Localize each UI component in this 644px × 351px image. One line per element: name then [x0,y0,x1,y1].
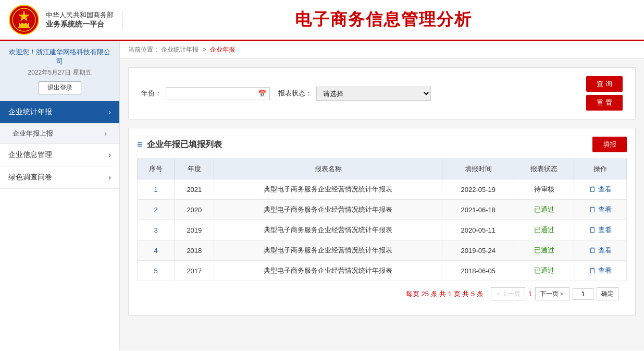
view-icon: 🗒 [589,205,596,214]
header-org-line1: 中华人民共和国商务部 [46,10,114,20]
main-content: 当前位置： 企业统计年报 > 企业年报 年份： 📅 报表状态： 请选择 [120,41,644,350]
sidebar-menu: 企业统计年报 › 企业年报上报 › 企业信息管理 › 绿色调查问卷 › [0,101,119,189]
search-buttons: 查 询 重 置 [586,76,623,111]
page-confirm-button[interactable]: 确定 [597,287,618,300]
table-header: ≡ 企业年报已填报列表 填报 [137,137,627,152]
table-section: ≡ 企业年报已填报列表 填报 序号 年度 报表名称 填报时间 报表状态 操作 [128,128,636,316]
calendar-icon[interactable]: 📅 [258,90,266,98]
header: 中华人民共和国商务部 业务系统统一平台 电子商务信息管理分析 [0,0,644,41]
cell-name: 典型电子商务服务企业经营情况统计年报表 [214,240,442,261]
header-org-line2: 业务系统统一平台 [46,20,114,29]
cell-seq: 4 [138,240,175,261]
status-label: 报表状态： [278,89,312,98]
sidebar-date: 2022年5月27日 星期五 [6,68,113,77]
cell-seq: 3 [138,220,175,240]
action-text[interactable]: 查看 [598,225,612,235]
sidebar-item-annual-report-submit[interactable]: 企业年报上报 › [0,124,119,144]
chevron-right-icon: › [108,151,111,159]
cell-seq: 5 [138,261,175,281]
table-row: 4 2018 典型电子商务服务企业经营情况统计年报表 2019-05-24 已通… [138,240,627,261]
content-area: 年份： 📅 报表状态： 请选择 待审核 已通过 未通过 [120,59,644,324]
col-seq: 序号 [138,159,175,179]
page-input[interactable] [573,288,593,300]
cell-status: 已通过 [514,240,574,261]
sidebar-item-survey[interactable]: 绿色调查问卷 › [0,166,119,189]
cell-status: 已通过 [514,220,574,240]
status-field: 报表状态： 请选择 待审核 已通过 未通过 [278,87,431,101]
sidebar-user-section: 欢迎您！浙江建华网络科技有限公司 2022年5月27日 星期五 退出登录 [0,41,119,101]
logout-button[interactable]: 退出登录 [39,81,81,94]
cell-year: 2021 [175,179,214,200]
year-label: 年份： [141,89,162,98]
cell-year: 2017 [175,261,214,281]
sidebar: 欢迎您！浙江建华网络科技有限公司 2022年5月27日 星期五 退出登录 企业统… [0,41,120,350]
breadcrumb-separator: > [203,46,208,53]
prev-page-button[interactable]: ＜上一页 [491,287,525,300]
breadcrumb: 当前位置： 企业统计年报 > 企业年报 [120,41,644,59]
fill-button[interactable]: 填报 [592,137,627,152]
chevron-right-icon: › [108,108,111,116]
query-button[interactable]: 查 询 [586,76,623,92]
next-page-button[interactable]: 下一页＞ [535,287,569,300]
col-status: 报表状态 [514,159,574,179]
table-row: 5 2017 典型电子商务服务企业经营情况统计年报表 2018-06-05 已通… [138,261,627,281]
table-row: 3 2019 典型电子商务服务企业经营情况统计年报表 2020-05-11 已通… [138,220,627,240]
layout: 欢迎您！浙江建华网络科技有限公司 2022年5月27日 星期五 退出登录 企业统… [0,41,644,350]
breadcrumb-prefix: 当前位置： [128,46,159,53]
col-action: 操作 [574,159,626,179]
cell-year: 2018 [175,240,214,261]
sidebar-subitem-label: 企业年报上报 [13,129,53,138]
view-action-link[interactable]: 🗒 查看 [578,266,622,275]
year-field: 年份： 📅 [141,87,270,100]
cell-time: 2022-05-19 [442,179,514,200]
action-text[interactable]: 查看 [598,205,612,214]
status-select[interactable]: 请选择 待审核 已通过 未通过 [316,87,431,101]
cell-status: 已通过 [514,200,574,220]
view-icon: 🗒 [589,246,596,255]
svg-rect-5 [20,22,21,24]
reset-button[interactable]: 重 置 [586,95,623,111]
chevron-right-icon: › [108,173,111,181]
cell-time: 2021-06-18 [442,200,514,220]
sidebar-item-company-info[interactable]: 企业信息管理 › [0,144,119,166]
view-action-link[interactable]: 🗒 查看 [578,205,622,214]
col-year: 年度 [175,159,214,179]
col-time: 填报时间 [442,159,514,179]
chevron-right-icon: › [104,129,107,138]
cell-name: 典型电子商务服务企业经营情况统计年报表 [214,179,442,200]
cell-status: 待审核 [514,179,574,200]
breadcrumb-parent[interactable]: 企业统计年报 [161,46,199,53]
search-panel: 年份： 📅 报表状态： 请选择 待审核 已通过 未通过 [128,67,636,119]
view-action-link[interactable]: 🗒 查看 [578,225,622,235]
cell-time: 2020-05-11 [442,220,514,240]
view-action-link[interactable]: 🗒 查看 [578,246,622,255]
header-main-title: 电子商务信息管理分析 [131,8,636,31]
pagination: 每页 25 条 共 1 页 共 5 条 ＜上一页 1 下一页＞ 确定 [137,281,627,307]
action-text[interactable]: 查看 [598,185,612,194]
cell-year: 2019 [175,220,214,240]
view-icon: 🗒 [589,267,596,275]
table-title: ≡ 企业年报已填报列表 [137,139,222,150]
data-table: 序号 年度 报表名称 填报时间 报表状态 操作 1 2021 典型电子商务服务企… [137,159,627,281]
breadcrumb-current: 企业年报 [210,46,235,53]
cell-status: 已通过 [514,261,574,281]
action-text[interactable]: 查看 [598,266,612,275]
action-text[interactable]: 查看 [598,246,612,255]
sidebar-item-annual-report[interactable]: 企业统计年报 › [0,101,119,124]
cell-action: 🗒 查看 [574,200,626,220]
cell-year: 2020 [175,200,214,220]
year-input-wrapper: 📅 [166,87,270,100]
cell-name: 典型电子商务服务企业经营情况统计年报表 [214,220,442,240]
sidebar-item-label: 企业信息管理 [8,150,52,160]
cell-name: 典型电子商务服务企业经营情况统计年报表 [214,261,442,281]
view-icon: 🗒 [589,226,596,234]
page-number: 1 [528,290,532,298]
sidebar-item-label: 绿色调查问卷 [8,173,52,182]
logo [8,4,40,35]
cell-action: 🗒 查看 [574,240,626,261]
svg-rect-7 [27,22,28,24]
header-org: 中华人民共和国商务部 业务系统统一平台 [46,10,122,29]
cell-name: 典型电子商务服务企业经营情况统计年报表 [214,200,442,220]
year-input[interactable] [170,90,258,98]
view-action-link[interactable]: 🗒 查看 [578,185,622,194]
